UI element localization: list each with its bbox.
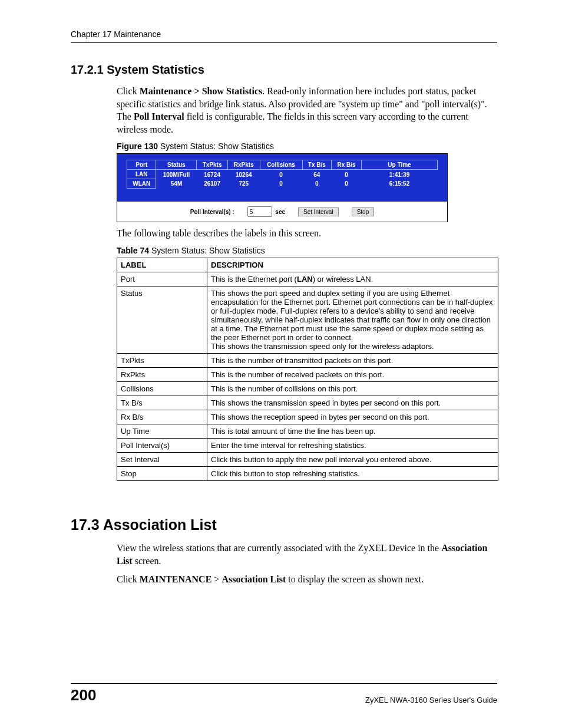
table-row: RxPkts This is the number of received pa… xyxy=(117,367,498,381)
cell: 6:15:52 xyxy=(362,179,438,189)
poll-interval-unit: sec xyxy=(275,209,285,215)
desc-cell: This shows the reception speed in bytes … xyxy=(207,410,498,424)
label-cell: Tx B/s xyxy=(117,396,207,410)
cell: 0 xyxy=(260,179,302,189)
desc-cell: This is the number of transmitted packet… xyxy=(207,353,498,367)
text: to display the screen as shown next. xyxy=(286,574,424,584)
cell: 0 xyxy=(302,179,331,189)
table-row: TxPkts This is the number of transmitted… xyxy=(117,353,498,367)
cell: 0 xyxy=(332,170,362,179)
stats-row-wlan: WLAN 54M 26107 725 0 0 0 6:15:52 xyxy=(127,179,438,189)
table-row: Collisions This is the number of collisi… xyxy=(117,381,498,396)
cell: 0 xyxy=(332,179,362,189)
col-rxbs: Rx B/s xyxy=(332,160,362,170)
desc-cell: This is the number of collisions on this… xyxy=(207,381,498,396)
set-interval-button[interactable]: Set Interval xyxy=(298,207,339,216)
cell: LAN xyxy=(127,170,156,179)
figure-statistics-screenshot: Port Status TxPkts RxPkts Collisions Tx … xyxy=(117,153,448,222)
cell: 16724 xyxy=(197,170,228,179)
page-number: 200 xyxy=(71,686,96,704)
col-uptime: Up Time xyxy=(362,160,438,170)
label-cell: Poll Interval(s) xyxy=(117,438,207,452)
bold: Association List xyxy=(222,574,286,584)
running-header: Chapter 17 Maintenance xyxy=(71,29,497,43)
label-cell: Rx B/s xyxy=(117,410,207,424)
section-17-2-1-paragraph: Click Maintenance > Show Statistics. Rea… xyxy=(71,85,497,136)
table-row: Tx B/s This shows the transmission speed… xyxy=(117,396,498,410)
table-row: Poll Interval(s) Enter the time interval… xyxy=(117,438,498,452)
cell: 64 xyxy=(302,170,331,179)
bold: MAINTENANCE xyxy=(140,574,212,584)
guide-title: ZyXEL NWA-3160 Series User's Guide xyxy=(365,696,497,704)
label-cell: RxPkts xyxy=(117,367,207,381)
table-header-row: LABEL DESCRIPTION xyxy=(117,258,498,272)
stop-button[interactable]: Stop xyxy=(352,207,375,216)
table-row: Port This is the Ethernet port (LAN) or … xyxy=(117,272,498,286)
page-footer: 200 ZyXEL NWA-3160 Series User's Guide xyxy=(71,683,497,704)
section-17-3-paragraph-2: Click MAINTENANCE > Association List to … xyxy=(71,573,497,586)
poll-interval-input[interactable] xyxy=(247,206,272,217)
stats-row-lan: LAN 100M/Full 16724 10264 0 64 0 1:41:39 xyxy=(127,170,438,179)
cell: 10264 xyxy=(228,170,260,179)
stats-header-row: Port Status TxPkts RxPkts Collisions Tx … xyxy=(127,160,438,170)
table-row: Up Time This is total amount of time the… xyxy=(117,424,498,438)
cell: 1:41:39 xyxy=(362,170,438,179)
header-description: DESCRIPTION xyxy=(207,258,498,272)
text: Click xyxy=(117,574,140,584)
poll-interval-controls: Poll Interval(s) : sec Set Interval Stop xyxy=(117,202,447,222)
col-txpkts: TxPkts xyxy=(197,160,228,170)
col-collisions: Collisions xyxy=(260,160,302,170)
figure-caption: Figure 130 System Status: Show Statistic… xyxy=(117,141,497,151)
section-heading-17-2-1: 17.2.1 System Statistics xyxy=(71,63,497,77)
text: Click xyxy=(117,86,140,96)
table-row: Set Interval Click this button to apply … xyxy=(117,452,498,466)
desc-cell: This is the Ethernet port (LAN) or wirel… xyxy=(207,272,498,286)
label-description-table: LABEL DESCRIPTION Port This is the Ether… xyxy=(117,258,498,481)
text: This is the Ethernet port ( xyxy=(211,275,297,284)
text: ) or wireless LAN. xyxy=(313,275,373,284)
desc-cell: This is total amount of time the line ha… xyxy=(207,424,498,438)
section-17-3-paragraph-1: View the wireless stations that are curr… xyxy=(71,542,497,567)
table-title: System Status: Show Statistics xyxy=(149,246,265,255)
table-intro-text: The following table describes the labels… xyxy=(71,227,497,240)
col-txbs: Tx B/s xyxy=(302,160,331,170)
text: > xyxy=(211,574,222,584)
stats-table: Port Status TxPkts RxPkts Collisions Tx … xyxy=(127,160,438,189)
bold-poll-interval: Poll Interval xyxy=(134,111,184,121)
label-cell: TxPkts xyxy=(117,353,207,367)
cell: 725 xyxy=(228,179,260,189)
label-cell: Set Interval xyxy=(117,452,207,466)
cell: 54M xyxy=(156,179,197,189)
figure-title: System Status: Show Statistics xyxy=(158,141,274,151)
table-number: Table 74 xyxy=(117,246,149,255)
col-port: Port xyxy=(127,160,156,170)
desc-cell: Click this button to stop refreshing sta… xyxy=(207,466,498,480)
cell: 0 xyxy=(260,170,302,179)
text: screen. xyxy=(133,556,161,566)
cell: 26107 xyxy=(197,179,228,189)
table-row: Status This shows the port speed and dup… xyxy=(117,286,498,353)
cell: WLAN xyxy=(127,179,156,189)
bold-menu-path: Maintenance > Show Statistics xyxy=(140,86,263,96)
bold: LAN xyxy=(297,275,313,284)
desc-cell: This is the number of received packets o… xyxy=(207,367,498,381)
cell: 100M/Full xyxy=(156,170,197,179)
desc-cell: This shows the transmission speed in byt… xyxy=(207,396,498,410)
label-cell: Up Time xyxy=(117,424,207,438)
section-heading-17-3: 17.3 Association List xyxy=(71,516,497,533)
label-cell: Status xyxy=(117,286,207,353)
figure-number: Figure 130 xyxy=(117,141,158,151)
table-caption: Table 74 System Status: Show Statistics xyxy=(117,246,497,255)
desc-cell: Click this button to apply the new poll … xyxy=(207,452,498,466)
desc-cell: Enter the time interval for refreshing s… xyxy=(207,438,498,452)
table-row: Rx B/s This shows the reception speed in… xyxy=(117,410,498,424)
poll-interval-label: Poll Interval(s) : xyxy=(190,209,234,215)
text: View the wireless stations that are curr… xyxy=(117,543,441,553)
col-rxpkts: RxPkts xyxy=(228,160,260,170)
label-cell: Port xyxy=(117,272,207,286)
label-cell: Stop xyxy=(117,466,207,480)
poll-interval-value-group: sec xyxy=(247,206,285,217)
col-status: Status xyxy=(156,160,197,170)
label-cell: Collisions xyxy=(117,381,207,396)
table-row: Stop Click this button to stop refreshin… xyxy=(117,466,498,480)
